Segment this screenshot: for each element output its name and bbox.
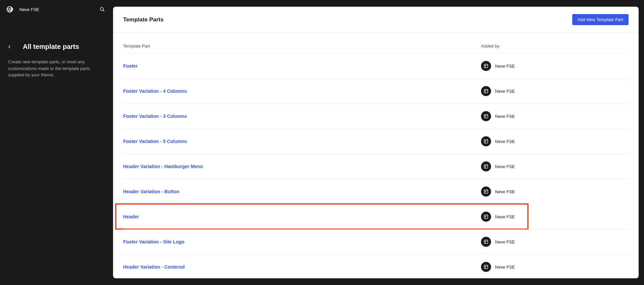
table-row[interactable]: Footer Variation - Site LogoNeve FSE: [123, 229, 629, 254]
svg-rect-23: [484, 240, 488, 244]
table-row[interactable]: Header Variation - CenteredNeve FSE: [123, 254, 629, 278]
chevron-left-icon: [7, 44, 12, 50]
template-part-link[interactable]: Header Variation - Hamburger Menu: [123, 164, 481, 169]
search-button[interactable]: [98, 5, 107, 14]
added-by-cell: Neve FSE: [481, 262, 629, 272]
theme-name: Neve FSE: [495, 139, 515, 144]
theme-icon: [481, 61, 491, 71]
table-header-row: Template Part Added by: [123, 40, 629, 53]
back-button[interactable]: [6, 44, 13, 50]
card-header: Template Parts Add New Template Part: [113, 7, 639, 33]
sidebar-page-title: All template parts: [23, 43, 79, 51]
theme-icon: [481, 136, 491, 146]
template-part-link[interactable]: Footer Variation - 3 Columns: [123, 114, 481, 119]
svg-rect-26: [484, 265, 488, 269]
template-parts-table: Template Part Added by FooterNeve FSEFoo…: [113, 33, 639, 278]
wordpress-logo-icon[interactable]: [6, 6, 13, 13]
table-body: FooterNeve FSEFooter Variation - 4 Colum…: [123, 53, 629, 278]
added-by-cell: Neve FSE: [481, 61, 629, 71]
content-card: Template Parts Add New Template Part Tem…: [113, 7, 639, 278]
svg-rect-2: [484, 64, 488, 68]
svg-rect-17: [484, 190, 488, 194]
site-info: Neve FSE: [6, 6, 39, 13]
add-new-template-part-button[interactable]: Add New Template Part: [572, 14, 629, 25]
table-row[interactable]: Header Variation - ButtonNeve FSE: [123, 179, 629, 204]
template-part-link[interactable]: Footer Variation - 5 Columns: [123, 139, 481, 144]
template-part-link[interactable]: Footer Variation - 4 Columns: [123, 88, 481, 94]
svg-point-0: [100, 7, 103, 10]
theme-icon: [481, 237, 491, 247]
theme-name: Neve FSE: [495, 164, 515, 169]
svg-rect-20: [484, 215, 488, 219]
added-by-cell: Neve FSE: [481, 86, 629, 96]
template-part-link[interactable]: Header Variation - Button: [123, 189, 481, 194]
added-by-cell: Neve FSE: [481, 161, 629, 171]
svg-rect-14: [484, 165, 488, 168]
added-by-cell: Neve FSE: [481, 237, 629, 247]
theme-name: Neve FSE: [495, 239, 515, 244]
theme-name: Neve FSE: [495, 189, 515, 194]
template-part-link[interactable]: Header: [123, 214, 481, 219]
added-by-cell: Neve FSE: [481, 111, 629, 121]
template-part-link[interactable]: Footer Variation - Site Logo: [123, 239, 481, 244]
svg-line-1: [103, 10, 104, 11]
theme-name: Neve FSE: [495, 265, 515, 270]
table-row[interactable]: Footer Variation - 5 ColumnsNeve FSE: [123, 129, 629, 154]
theme-icon: [481, 161, 491, 171]
theme-name: Neve FSE: [495, 64, 515, 69]
main-panel: Template Parts Add New Template Part Tem…: [113, 0, 644, 285]
table-row[interactable]: HeaderNeve FSE: [116, 204, 528, 229]
site-title[interactable]: Neve FSE: [19, 7, 39, 12]
template-part-link[interactable]: Footer: [123, 63, 481, 69]
added-by-cell: Neve FSE: [481, 136, 629, 146]
sidebar-heading-row: All template parts: [0, 43, 113, 51]
table-row[interactable]: Footer Variation - 4 ColumnsNeve FSE: [123, 78, 629, 103]
theme-icon: [481, 262, 491, 272]
sidebar: Neve FSE All template parts Create new t…: [0, 0, 113, 285]
theme-name: Neve FSE: [495, 114, 515, 119]
table-row[interactable]: FooterNeve FSE: [123, 53, 629, 78]
svg-rect-11: [484, 140, 488, 143]
svg-rect-8: [484, 115, 488, 118]
added-by-cell: Neve FSE: [481, 212, 528, 222]
search-icon: [99, 6, 105, 12]
theme-icon: [481, 212, 491, 222]
template-part-link[interactable]: Header Variation - Centered: [123, 264, 481, 270]
column-header-name: Template Part: [123, 44, 481, 49]
table-row[interactable]: Header Variation - Hamburger MenuNeve FS…: [123, 154, 629, 179]
svg-rect-5: [484, 89, 488, 93]
added-by-cell: Neve FSE: [481, 187, 629, 197]
theme-name: Neve FSE: [495, 214, 515, 219]
page-title: Template Parts: [123, 16, 164, 23]
theme-icon: [481, 187, 491, 197]
app-shell: Neve FSE All template parts Create new t…: [0, 0, 644, 285]
sidebar-description: Create new template parts, or reset any …: [0, 59, 113, 78]
column-header-added-by: Added by: [481, 44, 629, 49]
theme-icon: [481, 111, 491, 121]
theme-name: Neve FSE: [495, 89, 515, 94]
theme-icon: [481, 86, 491, 96]
table-row[interactable]: Footer Variation - 3 ColumnsNeve FSE: [123, 103, 629, 129]
sidebar-top-bar: Neve FSE: [0, 0, 113, 19]
